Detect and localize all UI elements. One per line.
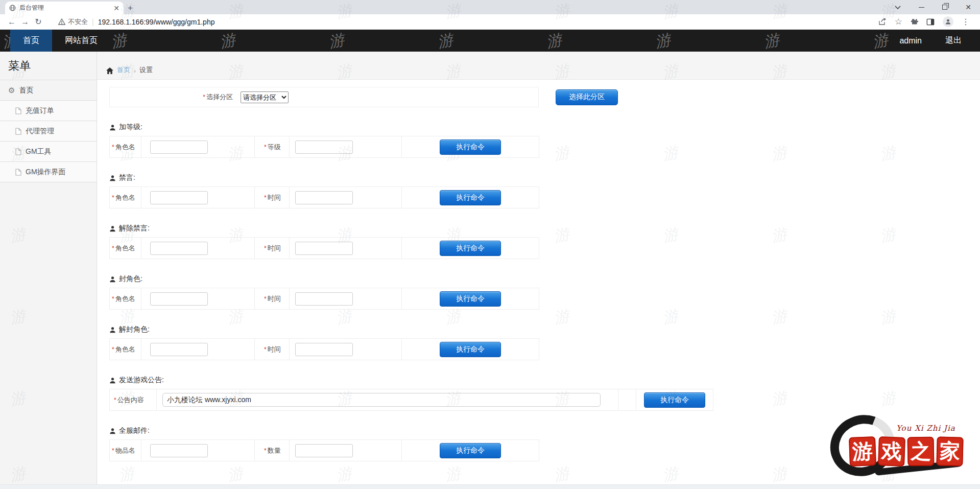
text-input[interactable] [150,141,208,154]
tab-close-icon[interactable]: ✕ [113,5,119,12]
section-header: 禁言: [109,173,980,182]
security-label[interactable]: 不安全 [68,17,88,27]
person-icon [109,175,116,181]
text-input[interactable] [150,191,208,204]
field-label: *数量 [264,447,281,454]
text-input[interactable] [150,444,208,457]
close-button[interactable]: ✕ [957,0,980,14]
text-input[interactable] [295,141,353,154]
back-button[interactable]: ← [5,17,18,27]
field-label-cell: *角色名 [110,136,141,158]
person-icon [109,124,116,131]
restore-button[interactable] [933,0,957,14]
profile-avatar[interactable] [943,16,953,27]
text-input[interactable] [295,343,353,356]
chevron-down-icon[interactable] [886,0,910,14]
browser-tab[interactable]: 后台管理 ✕ [5,2,124,14]
sidebar-item-2[interactable]: 代理管理 [0,121,97,142]
new-tab-button[interactable]: + [124,2,137,14]
tab-title: 后台管理 [19,4,110,12]
watermark-glyph: 游 [544,30,564,52]
required-marker: * [114,397,116,404]
breadcrumb: 首页 › 设置 [97,52,980,80]
field-label: *公告内容 [114,396,144,404]
execute-button[interactable]: 执行命令 [440,139,501,155]
nav-username[interactable]: admin [899,36,922,45]
watermark-glyph: 游 [871,30,890,52]
field-label-cell: *角色名 [110,238,141,259]
extensions-icon[interactable] [911,18,918,26]
required-marker: * [112,295,114,302]
section-header: 封角色: [109,274,980,284]
execute-button[interactable]: 执行命令 [440,190,501,205]
sidebar: 菜单 ⚙ 首页 充值订单代理管理GM工具GM操作界面 [0,52,97,489]
share-icon[interactable] [878,18,887,26]
nav-item-home[interactable]: 首页 [10,30,52,52]
sidebar-item-1[interactable]: 充值订单 [0,101,97,121]
field-input-cell [290,238,402,259]
section-title: 发送游戏公告: [119,376,164,385]
file-icon [15,128,21,135]
execute-button[interactable]: 执行命令 [644,392,705,408]
side-panel-icon[interactable] [926,18,935,26]
text-input[interactable] [295,242,353,255]
button-cell: 执行命令 [402,440,539,461]
site-navbar: 首页 网站首页 admin 退出 游游游游游游游游游 [0,30,980,52]
person-icon [109,428,116,434]
watermark-glyph: 游 [327,30,346,52]
required-marker: * [264,447,267,454]
nav-logout[interactable]: 退出 [945,35,962,46]
text-input[interactable] [295,292,353,306]
field-input-cell [290,187,402,208]
watermark-glyph: 游 [653,30,673,52]
execute-button[interactable]: 执行命令 [440,291,501,307]
field-label-cell: *时间 [255,339,290,360]
text-input[interactable] [150,343,208,356]
required-marker: * [112,346,114,353]
sidebar-item-home[interactable]: ⚙ 首页 [0,80,97,101]
person-icon [109,276,116,283]
button-cell: 执行命令 [402,339,539,360]
section-header: 解封角色: [109,325,980,334]
field-label: *角色名 [112,194,135,201]
horizontal-scrollbar[interactable] [0,484,980,489]
execute-button[interactable]: 执行命令 [440,342,501,357]
nav-item-site-home[interactable]: 网站首页 [52,30,110,52]
reload-button[interactable]: ↻ [32,17,45,27]
text-input[interactable] [150,242,208,255]
person-icon [109,377,116,384]
sidebar-item-label: 代理管理 [26,127,54,136]
announcement-input[interactable] [162,393,601,407]
field-label-cell: *物品名 [110,440,141,461]
sidebar-item-label: 充值订单 [26,106,54,115]
minimize-button[interactable] [910,0,933,14]
field-label: *时间 [264,295,281,302]
browser-menu-icon[interactable]: ⋮ [962,17,970,27]
sidebar-item-3[interactable]: GM工具 [0,142,97,162]
section-title: 禁言: [119,173,135,182]
bookmark-star-icon[interactable]: ☆ [895,16,902,27]
execute-button[interactable]: 执行命令 [440,241,501,256]
breadcrumb-current: 设置 [139,65,153,75]
field-label-cell: *时间 [255,238,290,259]
field-label-cell: *数量 [255,440,290,461]
required-marker: * [112,144,114,151]
sidebar-item-4[interactable]: GM操作界面 [0,162,97,182]
text-input[interactable] [150,292,208,306]
watermark-glyph: 游 [762,30,781,52]
text-input[interactable] [295,191,353,204]
address-url[interactable]: 192.168.1.166:99/www/ggg/gm1.php [98,18,878,26]
section-row: *角色名*等级执行命令 [109,136,539,158]
select-zone-button[interactable]: 选择此分区 [556,89,618,105]
zone-select[interactable]: 请选择分区 [241,91,289,103]
section-row: *角色名*时间执行命令 [109,187,539,208]
required-marker: * [112,194,114,201]
field-label-cell: *时间 [255,187,290,208]
execute-button[interactable]: 执行命令 [440,443,501,458]
person-icon [109,327,116,333]
forward-button[interactable]: → [18,17,32,27]
breadcrumb-separator: › [134,67,136,75]
text-input[interactable] [295,444,353,457]
field-input-cell [141,136,255,158]
breadcrumb-home-link[interactable]: 首页 [117,65,130,75]
